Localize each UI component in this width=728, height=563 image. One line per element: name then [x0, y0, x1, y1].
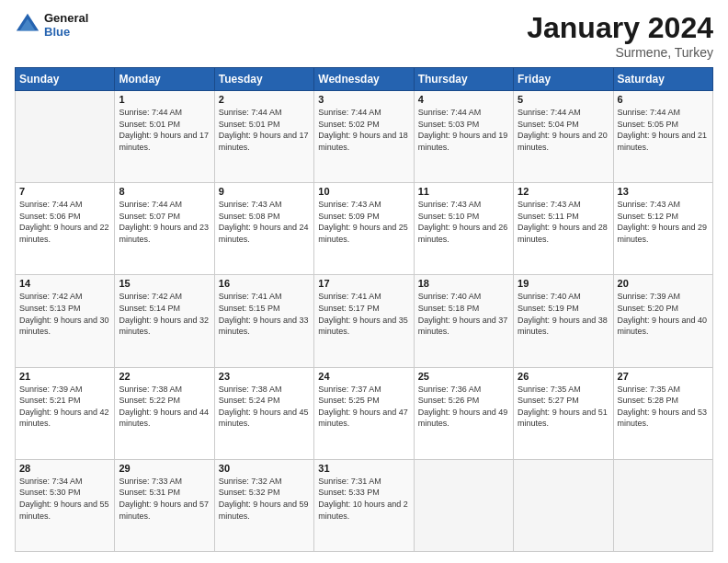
- day-info: Sunrise: 7:44 AMSunset: 5:01 PMDaylight:…: [219, 107, 310, 153]
- day-info: Sunrise: 7:38 AMSunset: 5:24 PMDaylight:…: [219, 384, 310, 430]
- day-info: Sunrise: 7:44 AMSunset: 5:02 PMDaylight:…: [318, 107, 409, 153]
- day-number: 23: [219, 371, 310, 382]
- page: General Blue January 2024 Surmene, Turke…: [0, 0, 728, 563]
- calendar-table: Sunday Monday Tuesday Wednesday Thursday…: [15, 67, 713, 552]
- day-info: Sunrise: 7:40 AMSunset: 5:19 PMDaylight:…: [518, 291, 609, 337]
- day-info: Sunrise: 7:36 AMSunset: 5:26 PMDaylight:…: [418, 384, 509, 430]
- table-row: 8Sunrise: 7:44 AMSunset: 5:07 PMDaylight…: [115, 183, 214, 275]
- day-number: 14: [19, 278, 110, 289]
- table-row: 17Sunrise: 7:41 AMSunset: 5:17 PMDayligh…: [314, 275, 414, 367]
- table-row: 27Sunrise: 7:35 AMSunset: 5:28 PMDayligh…: [613, 367, 712, 459]
- day-info: Sunrise: 7:43 AMSunset: 5:10 PMDaylight:…: [418, 199, 509, 245]
- table-row: 13Sunrise: 7:43 AMSunset: 5:12 PMDayligh…: [613, 183, 712, 275]
- table-row: 20Sunrise: 7:39 AMSunset: 5:20 PMDayligh…: [613, 275, 712, 367]
- table-row: 16Sunrise: 7:41 AMSunset: 5:15 PMDayligh…: [214, 275, 313, 367]
- day-number: 17: [318, 278, 409, 289]
- day-info: Sunrise: 7:43 AMSunset: 5:08 PMDaylight:…: [219, 199, 310, 245]
- day-number: 2: [219, 94, 310, 105]
- day-number: 6: [618, 94, 709, 105]
- logo-icon: [15, 12, 40, 38]
- table-row: 15Sunrise: 7:42 AMSunset: 5:14 PMDayligh…: [115, 275, 214, 367]
- table-row: [514, 459, 613, 551]
- day-number: 9: [219, 186, 310, 197]
- day-number: 18: [418, 278, 509, 289]
- main-title: January 2024: [527, 11, 713, 45]
- day-number: 25: [418, 371, 509, 382]
- title-section: January 2024 Surmene, Turkey: [527, 11, 713, 60]
- day-info: Sunrise: 7:35 AMSunset: 5:27 PMDaylight:…: [518, 384, 609, 430]
- header-thursday: Thursday: [414, 68, 513, 91]
- table-row: 19Sunrise: 7:40 AMSunset: 5:19 PMDayligh…: [514, 275, 613, 367]
- day-number: 16: [219, 278, 310, 289]
- day-number: 7: [19, 186, 110, 197]
- table-row: 1Sunrise: 7:44 AMSunset: 5:01 PMDaylight…: [115, 91, 214, 183]
- day-number: 10: [318, 186, 409, 197]
- table-row: 14Sunrise: 7:42 AMSunset: 5:13 PMDayligh…: [16, 275, 115, 367]
- day-info: Sunrise: 7:38 AMSunset: 5:22 PMDaylight:…: [119, 384, 210, 430]
- day-number: 22: [119, 371, 210, 382]
- calendar-week-row: 21Sunrise: 7:39 AMSunset: 5:21 PMDayligh…: [16, 367, 713, 459]
- day-info: Sunrise: 7:40 AMSunset: 5:18 PMDaylight:…: [418, 291, 509, 337]
- table-row: [414, 459, 513, 551]
- day-info: Sunrise: 7:35 AMSunset: 5:28 PMDaylight:…: [618, 384, 709, 430]
- header-friday: Friday: [514, 68, 613, 91]
- day-number: 11: [418, 186, 509, 197]
- calendar-week-row: 7Sunrise: 7:44 AMSunset: 5:06 PMDaylight…: [16, 183, 713, 275]
- day-info: Sunrise: 7:33 AMSunset: 5:31 PMDaylight:…: [119, 476, 210, 522]
- header-sunday: Sunday: [16, 68, 115, 91]
- day-info: Sunrise: 7:42 AMSunset: 5:13 PMDaylight:…: [19, 291, 110, 337]
- table-row: 31Sunrise: 7:31 AMSunset: 5:33 PMDayligh…: [314, 459, 414, 551]
- calendar-header-row: Sunday Monday Tuesday Wednesday Thursday…: [16, 68, 713, 91]
- day-info: Sunrise: 7:41 AMSunset: 5:17 PMDaylight:…: [318, 291, 409, 337]
- day-info: Sunrise: 7:39 AMSunset: 5:21 PMDaylight:…: [19, 384, 110, 430]
- day-number: 21: [19, 371, 110, 382]
- day-number: 19: [518, 278, 609, 289]
- day-number: 30: [219, 463, 310, 474]
- table-row: 5Sunrise: 7:44 AMSunset: 5:04 PMDaylight…: [514, 91, 613, 183]
- table-row: 7Sunrise: 7:44 AMSunset: 5:06 PMDaylight…: [16, 183, 115, 275]
- header: General Blue January 2024 Surmene, Turke…: [15, 11, 713, 60]
- day-number: 12: [518, 186, 609, 197]
- table-row: 26Sunrise: 7:35 AMSunset: 5:27 PMDayligh…: [514, 367, 613, 459]
- day-info: Sunrise: 7:43 AMSunset: 5:12 PMDaylight:…: [618, 199, 709, 245]
- day-number: 4: [418, 94, 509, 105]
- table-row: 2Sunrise: 7:44 AMSunset: 5:01 PMDaylight…: [214, 91, 313, 183]
- day-info: Sunrise: 7:31 AMSunset: 5:33 PMDaylight:…: [318, 476, 409, 522]
- calendar-week-row: 14Sunrise: 7:42 AMSunset: 5:13 PMDayligh…: [16, 275, 713, 367]
- day-info: Sunrise: 7:44 AMSunset: 5:01 PMDaylight:…: [119, 107, 210, 153]
- day-number: 29: [119, 463, 210, 474]
- table-row: 11Sunrise: 7:43 AMSunset: 5:10 PMDayligh…: [414, 183, 513, 275]
- header-saturday: Saturday: [613, 68, 712, 91]
- day-number: 3: [318, 94, 409, 105]
- day-number: 15: [119, 278, 210, 289]
- day-number: 28: [19, 463, 110, 474]
- day-number: 5: [518, 94, 609, 105]
- day-info: Sunrise: 7:41 AMSunset: 5:15 PMDaylight:…: [219, 291, 310, 337]
- table-row: 12Sunrise: 7:43 AMSunset: 5:11 PMDayligh…: [514, 183, 613, 275]
- table-row: 24Sunrise: 7:37 AMSunset: 5:25 PMDayligh…: [314, 367, 414, 459]
- table-row: 22Sunrise: 7:38 AMSunset: 5:22 PMDayligh…: [115, 367, 214, 459]
- table-row: 10Sunrise: 7:43 AMSunset: 5:09 PMDayligh…: [314, 183, 414, 275]
- header-tuesday: Tuesday: [214, 68, 313, 91]
- table-row: [613, 459, 712, 551]
- header-monday: Monday: [115, 68, 214, 91]
- day-info: Sunrise: 7:43 AMSunset: 5:11 PMDaylight:…: [518, 199, 609, 245]
- day-number: 27: [618, 371, 709, 382]
- day-info: Sunrise: 7:32 AMSunset: 5:32 PMDaylight:…: [219, 476, 310, 522]
- table-row: 28Sunrise: 7:34 AMSunset: 5:30 PMDayligh…: [16, 459, 115, 551]
- day-info: Sunrise: 7:39 AMSunset: 5:20 PMDaylight:…: [618, 291, 709, 337]
- calendar-week-row: 28Sunrise: 7:34 AMSunset: 5:30 PMDayligh…: [16, 459, 713, 551]
- day-info: Sunrise: 7:42 AMSunset: 5:14 PMDaylight:…: [119, 291, 210, 337]
- table-row: [16, 91, 115, 183]
- table-row: 23Sunrise: 7:38 AMSunset: 5:24 PMDayligh…: [214, 367, 313, 459]
- logo: General Blue: [15, 11, 88, 39]
- day-number: 8: [119, 186, 210, 197]
- day-number: 31: [318, 463, 409, 474]
- table-row: 9Sunrise: 7:43 AMSunset: 5:08 PMDaylight…: [214, 183, 313, 275]
- day-number: 26: [518, 371, 609, 382]
- day-info: Sunrise: 7:44 AMSunset: 5:03 PMDaylight:…: [418, 107, 509, 153]
- table-row: 6Sunrise: 7:44 AMSunset: 5:05 PMDaylight…: [613, 91, 712, 183]
- day-number: 13: [618, 186, 709, 197]
- subtitle: Surmene, Turkey: [527, 45, 713, 60]
- day-info: Sunrise: 7:44 AMSunset: 5:07 PMDaylight:…: [119, 199, 210, 245]
